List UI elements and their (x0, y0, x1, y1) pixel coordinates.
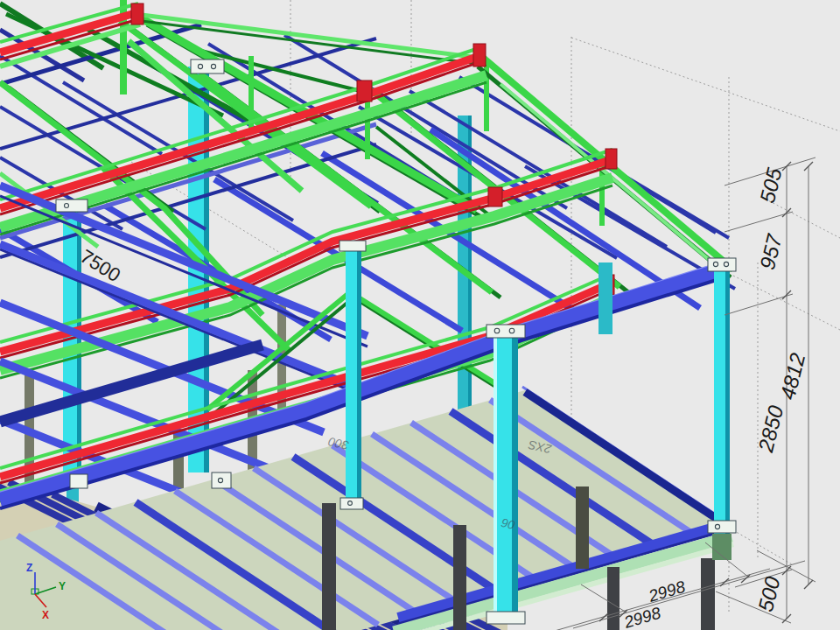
connection-plate (486, 325, 525, 338)
beam-splice-plate (357, 80, 372, 102)
y-axis-label: Y (59, 580, 66, 592)
column-shade (77, 208, 81, 475)
column-highlight (494, 332, 497, 623)
model-viewport[interactable]: 300 2XS 06 7500 505 957 2850 500 4812 29… (0, 0, 840, 630)
x-axis-label: X (42, 609, 49, 621)
steel-column-cyan[interactable] (598, 262, 612, 334)
pile[interactable] (607, 567, 620, 630)
pile[interactable] (701, 558, 715, 630)
column-shade (357, 247, 361, 506)
z-axis-label: Z (26, 562, 32, 574)
pile[interactable] (453, 525, 466, 630)
connection-plate (708, 521, 736, 533)
connection-plate (212, 472, 231, 488)
connection-plate (486, 612, 525, 624)
connection-plate (708, 258, 736, 271)
pile[interactable] (576, 486, 589, 569)
structural-model-view: 300 2XS 06 7500 505 957 2850 500 4812 29… (0, 0, 840, 630)
beam-splice-plate (488, 187, 502, 206)
connection-plate (340, 241, 366, 251)
column-shade (512, 332, 518, 623)
beam-end-cap (131, 4, 144, 24)
beam-end-cap (473, 44, 486, 66)
connection-plate (56, 200, 88, 212)
pile[interactable] (322, 503, 336, 630)
beam-end-cap (606, 149, 617, 169)
connection-plate (70, 474, 88, 488)
connection-plate (191, 60, 224, 74)
column-shade (725, 264, 730, 534)
